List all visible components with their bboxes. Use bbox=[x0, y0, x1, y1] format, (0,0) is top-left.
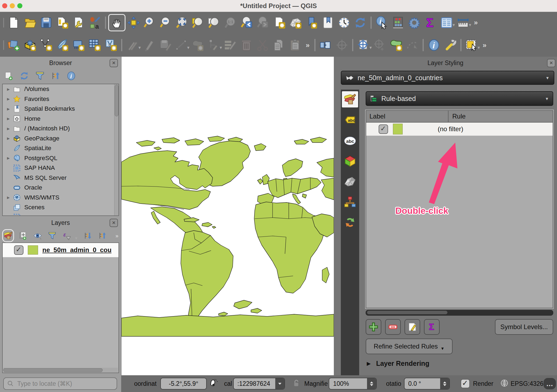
add-layer-icon[interactable] bbox=[4, 71, 13, 81]
options-wrench-button[interactable] bbox=[442, 37, 458, 53]
new-layout-button[interactable] bbox=[271, 14, 287, 31]
refresh-map-button[interactable] bbox=[352, 14, 368, 31]
tree-item-postgresql[interactable]: ▶PostgreSQL bbox=[3, 153, 118, 163]
layers-hscrollbar-thumb[interactable] bbox=[3, 368, 103, 372]
minimize-window-button[interactable] bbox=[10, 3, 15, 8]
new-mesh-layer-button[interactable] bbox=[70, 37, 87, 53]
zoom-next-button[interactable] bbox=[255, 14, 271, 31]
enable-snapping-button[interactable] bbox=[355, 37, 372, 53]
new-project-button[interactable] bbox=[6, 14, 22, 31]
show-statistics-button[interactable]: Σ bbox=[422, 14, 439, 31]
open-project-button[interactable] bbox=[22, 14, 38, 31]
expand-arrow-icon[interactable]: ▶ bbox=[4, 97, 12, 101]
browser-close-icon[interactable]: ✕ bbox=[110, 59, 118, 67]
column-rule[interactable]: Rule bbox=[449, 111, 553, 122]
tree-item-partial[interactable] bbox=[3, 212, 118, 216]
locate-box[interactable] bbox=[3, 377, 117, 390]
edit-rule-button[interactable] bbox=[405, 319, 420, 335]
processing-toolbox-button[interactable] bbox=[406, 14, 422, 31]
tree-item-ms-sql-server[interactable]: MS SQL Server bbox=[3, 173, 118, 183]
expand-arrow-icon[interactable]: ▶ bbox=[4, 136, 12, 140]
identify-features-button[interactable]: i bbox=[374, 14, 390, 31]
tab-style-dependencies[interactable] bbox=[342, 194, 358, 210]
toolbar-overflow-chevron[interactable]: » bbox=[483, 41, 486, 49]
modify-attributes-button[interactable] bbox=[222, 37, 238, 53]
refine-selected-rules-button[interactable]: Refine Selected Rules ▼ bbox=[366, 339, 453, 354]
new-spatial-bookmark-button[interactable] bbox=[304, 14, 320, 31]
tab-history[interactable] bbox=[342, 214, 358, 231]
toolbar-handle[interactable] bbox=[3, 40, 4, 50]
rotate-feature-button[interactable] bbox=[334, 37, 350, 53]
zoom-last-button[interactable] bbox=[239, 14, 255, 31]
expand-arrow-icon[interactable]: ▶ bbox=[4, 195, 12, 200]
toolbar-overflow-chevron[interactable]: » bbox=[306, 41, 310, 49]
style-manager-button[interactable]: a bbox=[87, 14, 103, 31]
rule-table-hscrollbar-thumb[interactable] bbox=[367, 311, 447, 314]
move-feature-button[interactable] bbox=[318, 37, 334, 53]
filter-dropdown-icon[interactable]: ▾ bbox=[75, 235, 77, 241]
tab-3d-view[interactable] bbox=[342, 153, 358, 169]
show-layout-manager-button[interactable] bbox=[70, 14, 87, 31]
expand-arrow-icon[interactable]: ▶ bbox=[4, 107, 12, 111]
tree-item-sap-hana[interactable]: SAP HANA bbox=[3, 163, 118, 173]
extents-toggle-icon[interactable] bbox=[209, 379, 218, 389]
tree-item-spatial-bookmarks[interactable]: ▶Spatial Bookmarks bbox=[3, 104, 118, 114]
expand-arrow-icon[interactable]: ▶ bbox=[4, 156, 12, 160]
save-layer-edits-button[interactable] bbox=[157, 37, 173, 53]
zoom-to-layer-button[interactable] bbox=[190, 14, 206, 31]
collapse-all-icon[interactable] bbox=[51, 71, 60, 81]
layer-row[interactable]: ne_50m_admin_0_cou bbox=[3, 243, 118, 257]
expand-arrow-icon[interactable]: ▶ bbox=[4, 127, 12, 131]
locate-input[interactable] bbox=[17, 380, 110, 388]
rule-table-hscrollbar[interactable] bbox=[366, 310, 553, 316]
new-geopackage-layer-button[interactable] bbox=[22, 37, 38, 53]
tree-item-macintosh-hd[interactable]: ▶/ (Macintosh HD) bbox=[3, 124, 118, 134]
maximize-window-button[interactable] bbox=[17, 3, 22, 8]
toolbar-overflow-chevron[interactable]: » bbox=[474, 18, 478, 27]
rotation-box[interactable]: 0.0 ° bbox=[404, 378, 450, 390]
add-rule-button[interactable] bbox=[366, 319, 381, 335]
layer-visibility-checkbox[interactable] bbox=[14, 245, 23, 255]
pan-map-button[interactable] bbox=[108, 14, 125, 31]
expand-all-icon[interactable] bbox=[83, 231, 92, 241]
column-label[interactable]: Label bbox=[366, 111, 449, 122]
tab-symbology[interactable] bbox=[342, 91, 358, 107]
vertex-tool-button[interactable] bbox=[206, 37, 222, 53]
new-georeferencer-button[interactable] bbox=[287, 14, 304, 31]
properties-info-icon[interactable]: i bbox=[66, 71, 76, 81]
magnifier-spinner[interactable] bbox=[367, 378, 376, 389]
coordinate-box[interactable]: -5.2°,55.9° bbox=[160, 378, 207, 390]
add-shape-feature-button[interactable] bbox=[388, 37, 404, 53]
trace-button[interactable] bbox=[404, 37, 420, 53]
close-window-button[interactable] bbox=[2, 3, 7, 8]
expression-filter-icon[interactable]: ε bbox=[63, 231, 71, 241]
symbol-levels-button[interactable]: Symbol Levels... bbox=[495, 319, 553, 335]
expand-arrow-icon[interactable]: ▶ bbox=[4, 117, 12, 121]
filter-browser-icon[interactable] bbox=[35, 71, 45, 81]
tree-item-spatialite[interactable]: SpatiaLite bbox=[3, 143, 118, 153]
new-print-layout-button[interactable] bbox=[54, 14, 70, 31]
open-style-panel-icon[interactable] bbox=[4, 231, 12, 241]
rule-row[interactable]: (no filter) bbox=[366, 123, 553, 136]
tab-diagrams[interactable] bbox=[342, 173, 358, 190]
layers-close-icon[interactable]: ✕ bbox=[110, 219, 118, 227]
statistical-summary-button[interactable] bbox=[390, 14, 406, 31]
cut-features-button[interactable] bbox=[254, 37, 271, 53]
add-group-icon[interactable] bbox=[18, 231, 27, 241]
current-edits-button[interactable] bbox=[124, 37, 141, 53]
renderer-selector[interactable]: Rule-based ▼ bbox=[366, 91, 553, 106]
toolbar-handle[interactable] bbox=[3, 18, 4, 28]
select-features-button[interactable] bbox=[464, 37, 480, 53]
new-spatialite-layer-button[interactable] bbox=[54, 37, 70, 53]
scale-dropdown-icon[interactable] bbox=[275, 378, 284, 389]
layer-rendering-expand-icon[interactable]: ▶ bbox=[367, 360, 371, 367]
pan-to-selection-button[interactable] bbox=[125, 14, 142, 31]
zoom-native-button[interactable]: 1:1 bbox=[223, 14, 239, 31]
magnifier-box[interactable]: 100% bbox=[329, 378, 377, 390]
add-polygon-feature-button[interactable] bbox=[189, 37, 206, 53]
digitize-segment-button[interactable] bbox=[173, 37, 189, 53]
styling-close-icon[interactable]: ✕ bbox=[547, 59, 555, 67]
new-gpx-layer-button[interactable] bbox=[103, 37, 119, 53]
new-shapefile-layer-button[interactable] bbox=[38, 37, 54, 53]
new-virtual-layer-button[interactable] bbox=[87, 37, 103, 53]
